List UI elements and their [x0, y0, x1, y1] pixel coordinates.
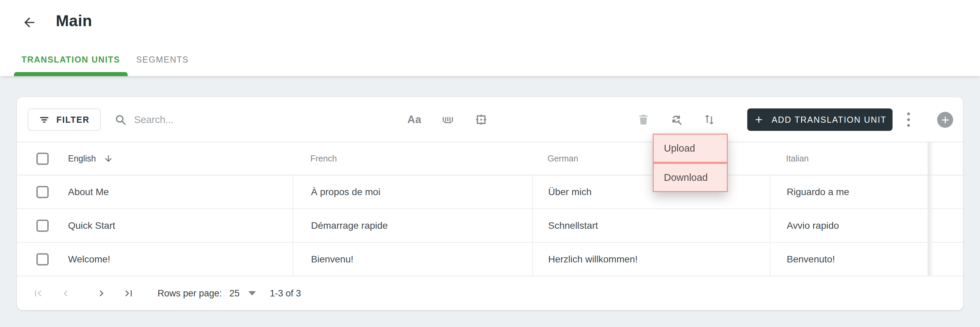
delete-button[interactable] — [636, 108, 651, 131]
action-icons — [636, 108, 717, 131]
chevron-left-icon — [60, 287, 72, 300]
back-button[interactable] — [19, 12, 40, 33]
upload-download-menu: Upload Download — [653, 133, 728, 192]
row-checkbox[interactable] — [37, 220, 49, 232]
cell-italian[interactable]: Avvio rapido — [787, 220, 839, 231]
sort-descending-icon — [103, 154, 113, 164]
table-row: Quick Start Démarrage rapide Schnellstar… — [17, 209, 963, 243]
column-header-english[interactable]: English — [68, 154, 293, 164]
cell-french[interactable]: À propos de moi — [311, 187, 380, 197]
search-box — [115, 108, 352, 131]
translation-units-card: FILTER Aa — [17, 97, 963, 310]
barcode-icon — [441, 113, 454, 126]
column-header-german[interactable]: German — [532, 143, 770, 175]
refresh-search-icon — [670, 113, 682, 126]
cell-italian[interactable]: Riguardo a me — [787, 187, 850, 197]
menu-item-upload[interactable]: Upload — [653, 133, 728, 163]
active-tab-indicator — [14, 72, 127, 76]
cell-italian[interactable]: Benvenuto! — [787, 254, 835, 265]
search-icon — [115, 114, 127, 126]
table-row: About Me À propos de moi Über mich Rigua… — [17, 175, 963, 209]
sticky-column-spacer — [928, 209, 963, 242]
filter-button-label: FILTER — [56, 115, 90, 125]
kebab-menu-icon — [907, 113, 910, 115]
add-circle-button[interactable] — [937, 112, 953, 128]
sort-arrows-icon — [702, 113, 715, 126]
row-checkbox[interactable] — [37, 253, 49, 265]
table-header-row: English French German Italian — [17, 142, 963, 175]
select-frame-icon — [475, 113, 488, 126]
sticky-column-spacer — [928, 243, 963, 276]
trash-icon — [637, 113, 650, 126]
cell-french[interactable]: Démarrage rapide — [311, 220, 388, 231]
plus-circle-icon — [941, 116, 950, 124]
select-frame-button[interactable] — [473, 108, 489, 131]
sticky-column-spacer — [928, 143, 963, 175]
previous-page-button[interactable] — [57, 285, 74, 302]
column-header-italian[interactable]: Italian — [770, 143, 928, 175]
select-all-checkbox[interactable] — [37, 152, 49, 165]
table-row: Welcome! Bienvenu! Herzlich willkommen! … — [17, 243, 963, 276]
arrow-left-icon — [22, 15, 37, 30]
page-title: Main — [56, 11, 92, 30]
cell-german[interactable]: Über mich — [548, 187, 592, 197]
chevron-down-icon — [248, 291, 256, 295]
table-toolbar: FILTER Aa — [17, 97, 963, 142]
cell-english[interactable]: Welcome! — [68, 254, 110, 265]
plus-icon — [753, 114, 764, 125]
cell-french[interactable]: Bienvenu! — [311, 254, 353, 265]
filter-icon — [39, 114, 50, 125]
cell-german[interactable]: Schnellstart — [548, 220, 598, 231]
rows-per-page-select[interactable]: 25 — [229, 288, 256, 298]
view-option-icons: Aa — [407, 108, 489, 131]
rows-per-page-value: 25 — [229, 288, 240, 298]
app-header: Main TRANSLATION UNITS SEGMENTS — [0, 0, 980, 76]
column-header-french[interactable]: French — [293, 143, 532, 175]
first-page-button[interactable] — [30, 285, 46, 302]
chevron-right-icon — [95, 287, 108, 300]
content-area: FILTER Aa — [0, 76, 980, 327]
filter-button[interactable]: FILTER — [27, 108, 101, 131]
match-case-icon: Aa — [407, 114, 422, 126]
more-options-button[interactable] — [899, 108, 918, 131]
next-page-button[interactable] — [93, 285, 110, 302]
cell-english[interactable]: Quick Start — [68, 220, 115, 231]
tab-translation-units[interactable]: TRANSLATION UNITS — [14, 47, 127, 72]
sticky-column-spacer — [928, 175, 963, 208]
row-checkbox[interactable] — [37, 186, 49, 198]
sort-arrows-button[interactable] — [701, 108, 717, 131]
search-input[interactable] — [134, 114, 352, 125]
cell-german[interactable]: Herzlich willkommen! — [548, 254, 638, 265]
add-translation-unit-button[interactable]: ADD TRANSLATION UNIT — [747, 108, 892, 131]
add-translation-unit-label: ADD TRANSLATION UNIT — [772, 115, 887, 125]
translation-tool-page: Main TRANSLATION UNITS SEGMENTS — [0, 0, 980, 327]
menu-item-download[interactable]: Download — [653, 163, 728, 192]
match-case-button[interactable]: Aa — [407, 108, 422, 131]
barcode-button[interactable] — [440, 108, 456, 131]
pagination-range: 1-3 of 3 — [270, 288, 301, 298]
refresh-search-button[interactable] — [668, 108, 684, 131]
first-page-icon — [32, 287, 44, 300]
tab-segments[interactable]: SEGMENTS — [127, 47, 197, 72]
last-page-button[interactable] — [121, 285, 137, 302]
last-page-icon — [123, 287, 135, 300]
cell-english[interactable]: About Me — [68, 187, 109, 197]
table-footer: Rows per page: 25 1-3 of 3 — [17, 276, 963, 310]
rows-per-page-label: Rows per page: — [158, 288, 222, 298]
